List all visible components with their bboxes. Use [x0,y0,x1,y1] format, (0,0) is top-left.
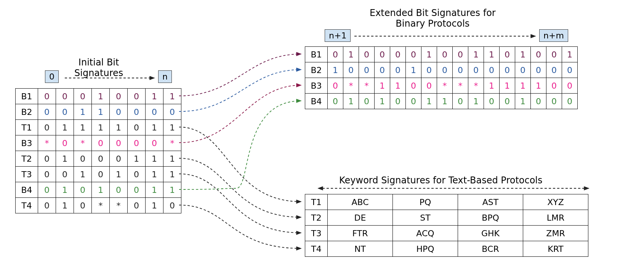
row-label: B3 [305,78,328,94]
bit-cell: 1 [128,151,146,167]
bit-cell: * [437,78,453,94]
bit-cell: 1 [146,120,163,135]
bit-cell: 1 [421,47,437,62]
bit-cell: 0 [406,47,421,62]
bit-cell: 0 [406,78,421,94]
bit-cell: 1 [146,89,163,104]
bit-cell: 0 [531,62,546,78]
bit-cell: 1 [390,78,406,94]
bit-cell: 0 [359,47,375,62]
bit-cell: 0 [453,94,468,109]
bit-cell: 0 [38,104,56,120]
extended-bit-signatures-table: B10100001001101001B21000010000000000B30*… [305,46,578,109]
bit-cell: 0 [484,94,500,109]
bit-cell: 0 [128,135,146,151]
bit-cell: 0 [531,47,546,62]
bit-cell: 0 [546,78,562,94]
bit-cell: 0 [56,135,74,151]
bit-cell: 1 [484,47,500,62]
bit-cell: 1 [74,104,92,120]
bit-cell: 0 [328,78,343,94]
bit-cell: 0 [406,94,421,109]
bit-cell: 0 [328,94,343,109]
bit-cell: 1 [468,47,484,62]
bit-cell: 0 [128,104,146,120]
bit-cell: 0 [500,62,515,78]
bit-cell: 1 [515,47,531,62]
bit-cell: 0 [343,62,359,78]
bit-cell: 1 [92,104,110,120]
bit-cell: 0 [484,62,500,78]
bit-cell: 0 [74,182,92,198]
bit-cell: 1 [515,78,531,94]
bit-cell: 0 [437,62,453,78]
keyword-cell: KRT [523,241,588,257]
bit-cell: 0 [128,182,146,198]
bit-cell: 1 [146,198,163,213]
bit-cell: 0 [92,151,110,167]
bit-cell: 0 [38,198,56,213]
keyword-cell: ST [393,210,458,226]
label-n: n [158,70,172,83]
bit-cell: 1 [92,182,110,198]
bit-cell: 0 [56,89,74,104]
bit-cell: 0 [328,47,343,62]
bit-cell: 0 [468,62,484,78]
bit-cell: 0 [546,47,562,62]
bit-cell: * [74,135,92,151]
bit-cell: 0 [515,62,531,78]
bit-cell: 0 [38,120,56,135]
bit-cell: 0 [453,62,468,78]
keyword-cell: NT [328,241,393,257]
bit-cell: 1 [56,182,74,198]
bit-cell: 1 [56,198,74,213]
bit-cell: 1 [163,182,181,198]
row-label: B4 [305,94,328,109]
keyword-cell: ZMR [523,226,588,241]
bit-cell: 0 [56,104,74,120]
bit-cell: 0 [546,94,562,109]
bit-cell: 0 [38,167,56,182]
bit-cell: 1 [562,47,578,62]
row-label: T3 [16,167,38,182]
bit-cell: 0 [92,167,110,182]
bit-cell: 0 [562,94,578,109]
keyword-cell: DE [328,210,393,226]
bit-cell: 1 [343,47,359,62]
bit-cell: 1 [110,167,128,182]
initial-title: Initial Bit Signatures [74,57,123,78]
bit-cell: 0 [500,94,515,109]
row-label: T4 [305,241,328,257]
row-label: B3 [16,135,38,151]
bit-cell: 0 [146,135,163,151]
extended-title: Extended Bit Signatures for Binary Proto… [370,8,496,29]
row-label: B1 [16,89,38,104]
bit-cell: 0 [110,89,128,104]
bit-cell: 0 [375,47,390,62]
bit-cell: 0 [56,167,74,182]
bit-cell: 0 [74,89,92,104]
bit-cell: 0 [390,47,406,62]
bit-cell: * [163,135,181,151]
keyword-cell: ACQ [393,226,458,241]
bit-cell: 0 [421,78,437,94]
bit-cell: 0 [110,104,128,120]
row-label: T1 [16,120,38,135]
bit-cell: 0 [163,198,181,213]
row-label: T4 [16,198,38,213]
row-label: B2 [305,62,328,78]
bit-cell: 1 [163,120,181,135]
keyword-cell: FTR [328,226,393,241]
keyword-cell: XYZ [523,194,588,210]
bit-cell: 1 [163,167,181,182]
bit-cell: * [359,78,375,94]
keyword-cell: AST [458,194,523,210]
bit-cell: 0 [546,62,562,78]
bit-cell: 0 [375,62,390,78]
bit-cell: 1 [110,120,128,135]
bit-cell: 0 [500,47,515,62]
bit-cell: 0 [146,104,163,120]
row-label: B4 [16,182,38,198]
bit-cell: * [38,135,56,151]
bit-cell: 0 [531,94,546,109]
